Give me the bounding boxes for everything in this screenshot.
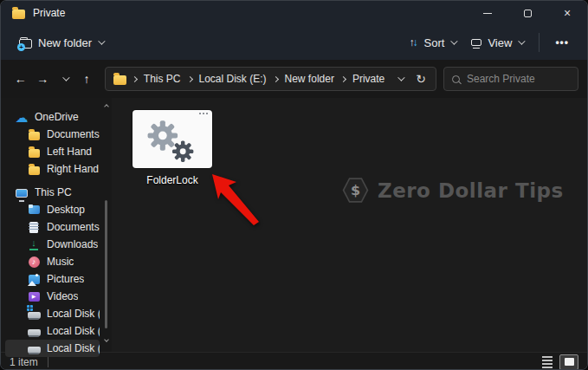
file-name-label: FolderLock bbox=[146, 174, 197, 186]
file-list-pane: FolderLock $ Zero Dollar Tips bbox=[112, 98, 587, 352]
sidebar-item-right-hand[interactable]: Right Hand bbox=[5, 160, 100, 178]
sidebar-item-label: OneDrive bbox=[35, 111, 79, 123]
view-button[interactable]: View bbox=[463, 31, 531, 55]
breadcrumb-local-disk-e[interactable]: Local Disk (E:) bbox=[198, 73, 268, 85]
navigation-pane: ☁ OneDrive Documents Left Hand Right Han… bbox=[1, 98, 112, 352]
onedrive-cloud-icon: ☁ bbox=[15, 110, 29, 124]
breadcrumb[interactable]: This PC Local Disk (E:) New folder Priva… bbox=[105, 67, 436, 91]
sidebar-item-desktop[interactable]: Desktop bbox=[5, 201, 100, 218]
toolbar-right-group: ↑ ↓ Sort View ••• bbox=[402, 31, 577, 55]
chevron-down-icon bbox=[98, 37, 105, 44]
sort-icon: ↑ ↓ bbox=[410, 37, 418, 48]
view-label: View bbox=[488, 36, 512, 49]
sidebar-item-local-disk-d[interactable]: Local Disk (D:) bbox=[5, 322, 100, 340]
sidebar-item-label: Local Disk (C:) bbox=[47, 308, 100, 320]
scroll-up-icon[interactable] bbox=[104, 104, 109, 109]
address-dropdown-chevron-icon[interactable] bbox=[397, 74, 404, 81]
application-window-gears-icon bbox=[132, 110, 212, 168]
pictures-icon bbox=[29, 275, 40, 284]
file-item-folderlock[interactable]: FolderLock bbox=[127, 108, 217, 188]
music-icon: ♪ bbox=[29, 256, 40, 268]
scroll-down-icon[interactable] bbox=[104, 337, 109, 342]
sidebar-item-this-pc[interactable]: This PC bbox=[5, 184, 100, 201]
sidebar-item-onedrive[interactable]: ☁ OneDrive bbox=[5, 108, 100, 126]
sidebar-item-label: Local Disk (E:) bbox=[47, 342, 100, 354]
up-icon: ↑ bbox=[84, 72, 90, 86]
item-count: 1 item bbox=[10, 356, 38, 368]
sort-button[interactable]: ↑ ↓ Sort bbox=[402, 31, 464, 55]
view-icon bbox=[471, 39, 481, 46]
sidebar-item-label: Videos bbox=[47, 290, 78, 302]
breadcrumb-this-pc[interactable]: This PC bbox=[143, 73, 182, 85]
drive-icon bbox=[28, 347, 41, 354]
refresh-button[interactable]: ↻ bbox=[416, 72, 426, 86]
sidebar-scrollbar[interactable] bbox=[100, 101, 111, 348]
sidebar-item-downloads[interactable]: ↓ Downloads bbox=[5, 236, 100, 253]
back-button[interactable]: ← bbox=[10, 68, 31, 90]
status-separator bbox=[48, 357, 48, 367]
folder-icon bbox=[113, 75, 126, 85]
breadcrumb-private[interactable]: Private bbox=[352, 73, 385, 85]
search-box[interactable] bbox=[443, 67, 578, 91]
document-icon bbox=[29, 222, 38, 233]
sidebar-item-local-disk-c[interactable]: Local Disk (C:) bbox=[5, 305, 100, 322]
sidebar-item-pictures[interactable]: Pictures bbox=[5, 270, 100, 288]
address-bar: ← → ↑ This PC Local Disk (E:) New folder… bbox=[1, 60, 587, 98]
breadcrumb-new-folder[interactable]: New folder bbox=[284, 73, 335, 85]
sidebar-group-gap bbox=[1, 178, 112, 184]
sort-label: Sort bbox=[424, 36, 445, 49]
minimize-icon bbox=[483, 13, 492, 14]
folder-icon bbox=[12, 10, 25, 19]
see-more-button[interactable]: ••• bbox=[547, 31, 577, 54]
sidebar-item-label: Documents bbox=[47, 221, 100, 233]
sidebar-item-label: Local Disk (D:) bbox=[47, 325, 100, 337]
search-input[interactable] bbox=[467, 73, 570, 85]
large-icons-view-button[interactable] bbox=[559, 354, 578, 370]
sidebar-item-label: Documents bbox=[47, 128, 100, 140]
sidebar-item-music[interactable]: ♪ Music bbox=[5, 253, 100, 270]
sort-down-arrow: ↓ bbox=[413, 37, 418, 48]
chevron-down-icon bbox=[519, 37, 526, 44]
sidebar-item-videos[interactable]: ▶ Videos bbox=[5, 288, 100, 305]
minimize-button[interactable] bbox=[468, 1, 507, 25]
forward-icon: → bbox=[36, 72, 48, 86]
ellipsis-icon: ••• bbox=[555, 36, 569, 49]
up-button[interactable]: ↑ bbox=[75, 68, 97, 90]
chevron-right-icon bbox=[186, 75, 192, 81]
window-title: Private bbox=[33, 7, 65, 19]
maximize-button[interactable] bbox=[507, 1, 547, 25]
title-bar: Private × bbox=[1, 1, 587, 25]
dollar-symbol: $ bbox=[351, 182, 360, 198]
sidebar-item-documents[interactable]: Documents bbox=[5, 218, 100, 236]
forward-button[interactable]: → bbox=[31, 68, 53, 90]
sidebar-item-documents-onedrive[interactable]: Documents bbox=[5, 126, 100, 143]
command-bar: New folder ↑ ↓ Sort View ••• bbox=[1, 25, 587, 60]
sidebar-item-label: This PC bbox=[35, 186, 72, 198]
sidebar-item-label: Pictures bbox=[47, 273, 84, 285]
sidebar-item-local-disk-e[interactable]: Local Disk (E:) bbox=[5, 340, 100, 357]
details-view-button[interactable] bbox=[540, 355, 555, 369]
new-folder-button[interactable]: New folder bbox=[11, 31, 111, 55]
folder-icon bbox=[29, 132, 40, 140]
chevron-right-icon bbox=[272, 75, 278, 81]
close-button[interactable]: × bbox=[547, 1, 587, 25]
file-explorer-window: Private × New folder ↑ ↓ Sort Vi bbox=[0, 0, 588, 370]
gears-icon bbox=[132, 110, 212, 168]
sidebar-item-left-hand[interactable]: Left Hand bbox=[5, 143, 100, 160]
new-folder-icon bbox=[19, 39, 32, 49]
scrollbar-thumb[interactable] bbox=[105, 200, 107, 328]
large-icons-view-icon bbox=[565, 358, 574, 366]
chevron-right-icon bbox=[132, 75, 138, 81]
sidebar-item-label: Left Hand bbox=[47, 146, 92, 158]
recent-locations-button[interactable] bbox=[54, 68, 75, 90]
close-icon: × bbox=[564, 7, 571, 19]
dollar-badge-icon: $ bbox=[342, 177, 369, 204]
desktop-icon bbox=[29, 205, 40, 214]
window-controls: × bbox=[468, 1, 587, 25]
sidebar-item-label: Right Hand bbox=[47, 163, 99, 175]
folder-icon bbox=[29, 166, 40, 175]
videos-icon: ▶ bbox=[29, 292, 40, 302]
watermark-text: Zero Dollar Tips bbox=[378, 179, 564, 202]
maximize-icon bbox=[524, 10, 532, 17]
toolbar-divider bbox=[539, 33, 540, 52]
